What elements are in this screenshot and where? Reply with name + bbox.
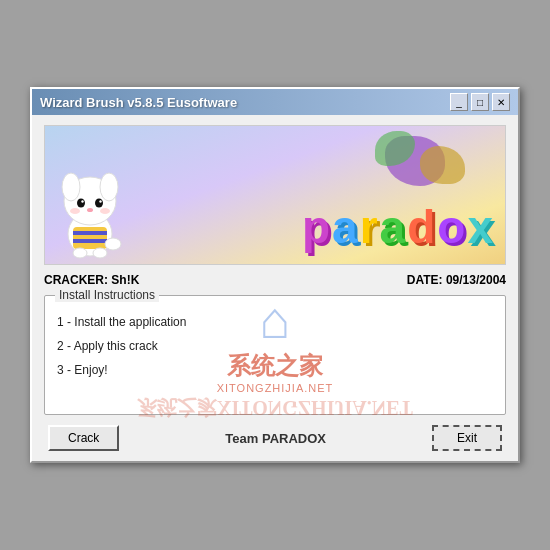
install-step-2: 2 - Apply this crack — [57, 334, 493, 358]
watermark-reflected: 系统之家XITONGZHIJIA.NET — [137, 394, 413, 421]
svg-point-8 — [87, 208, 93, 212]
watermark-english: XITONGZHIJIA.NET — [217, 382, 334, 394]
crack-button[interactable]: Crack — [48, 425, 119, 451]
window-body: paradox CRACKER: Sh!K DATE: 09/13/2004 I… — [32, 115, 518, 461]
install-step-1: 1 - Install the application — [57, 310, 493, 334]
svg-rect-13 — [73, 239, 107, 243]
minimize-button[interactable]: _ — [450, 93, 468, 111]
svg-point-3 — [100, 173, 118, 201]
title-bar-buttons: _ □ ✕ — [450, 93, 510, 111]
main-window: Wizard Brush v5.8.5 Eusoftware _ □ ✕ — [30, 87, 520, 463]
team-label: Team PARADOX — [225, 431, 326, 446]
svg-rect-12 — [73, 231, 107, 235]
svg-point-14 — [105, 238, 121, 250]
window-title: Wizard Brush v5.8.5 Eusoftware — [40, 95, 237, 110]
title-bar: Wizard Brush v5.8.5 Eusoftware _ □ ✕ — [32, 89, 518, 115]
svg-point-10 — [100, 208, 110, 214]
svg-rect-11 — [73, 227, 107, 249]
svg-point-2 — [62, 173, 80, 201]
cracker-info: CRACKER: Sh!K — [44, 273, 139, 287]
install-instructions: 1 - Install the application 2 - Apply th… — [57, 310, 493, 382]
svg-point-15 — [73, 248, 87, 258]
exit-button[interactable]: Exit — [432, 425, 502, 451]
install-step-3: 3 - Enjoy! — [57, 358, 493, 382]
maximize-button[interactable]: □ — [471, 93, 489, 111]
info-row: CRACKER: Sh!K DATE: 09/13/2004 — [44, 273, 506, 287]
banner-area: paradox — [44, 125, 506, 265]
mascot-character — [53, 149, 128, 259]
svg-point-9 — [70, 208, 80, 214]
close-button[interactable]: ✕ — [492, 93, 510, 111]
paradox-logo: paradox — [302, 200, 495, 254]
install-box: Install Instructions ⌂ 系统之家 XITONGZHIJIA… — [44, 295, 506, 415]
svg-point-7 — [99, 200, 101, 202]
install-box-legend: Install Instructions — [55, 288, 159, 302]
button-row: Crack Team PARADOX Exit — [44, 425, 506, 451]
svg-point-16 — [93, 248, 107, 258]
svg-point-6 — [95, 199, 103, 208]
svg-point-4 — [77, 199, 85, 208]
svg-point-5 — [81, 200, 83, 202]
date-info: DATE: 09/13/2004 — [407, 273, 506, 287]
